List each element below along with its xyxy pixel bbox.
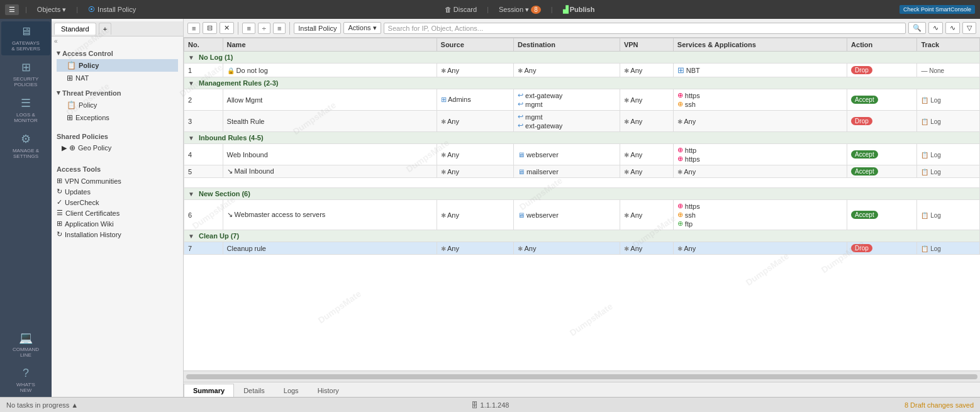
app-logo[interactable]: ☰ <box>5 4 19 15</box>
table-row[interactable]: 4 Web Inbound ✱ Any 🖥 webserver ✱ Any ⊕ … <box>184 144 980 165</box>
sidebar-item-whatsnew[interactable]: ? WHAT'SNEW <box>1 363 50 397</box>
sidebar-item-logs[interactable]: ☰ LOGS &MONITOR <box>1 92 50 127</box>
session-btn[interactable]: Session ▾ 8 <box>499 6 541 14</box>
toolbar-extra-btn2[interactable]: ∿ <box>945 22 960 34</box>
search-box[interactable]: Search for IP, Object, Actions... <box>384 23 906 34</box>
nav-item-tp-exceptions[interactable]: ⊞ Exceptions <box>57 111 178 124</box>
nav-item-tp-policy[interactable]: 📋 Policy <box>57 99 178 111</box>
gateways-icon: 🖥 <box>20 25 31 38</box>
nav-item-nat[interactable]: ⊞ NAT <box>57 72 178 84</box>
nat-icon: ⊞ <box>67 74 73 82</box>
toolbar-delete-btn[interactable]: ✕ <box>220 22 234 34</box>
nav-item-geo-policy[interactable]: ▶ ⊕ Geo Policy <box>57 142 178 154</box>
tab-history[interactable]: History <box>308 384 348 397</box>
cell-services: ⊕ https ⊕ ssh <box>673 89 847 111</box>
manage-label: MANAGE &SETTINGS <box>13 148 39 159</box>
tab-add-btn[interactable]: + <box>99 23 111 35</box>
scroll-area[interactable] <box>184 370 980 382</box>
search-btn[interactable]: 🔍 <box>908 22 926 34</box>
section-no-log[interactable]: ▼ No Log (1) <box>184 52 980 64</box>
nav-item-app-wiki[interactable]: ⊞ Application Wiki <box>57 218 178 229</box>
cell-services: ✱ Any <box>673 111 847 132</box>
discard-btn[interactable]: 🗑 Discard <box>445 6 477 13</box>
table-row[interactable]: 1 🔒 Do not log ✱ Any ✱ Any ✱ Any ⊞ NBT D… <box>184 64 980 77</box>
toolbar-extra-btn1[interactable]: ∿ <box>928 22 943 34</box>
sidebar-item-cmdline[interactable]: 💻 COMMANDLINE <box>1 327 50 362</box>
spacer-row <box>184 178 980 188</box>
access-control-label: Access Control <box>62 50 113 57</box>
logs-icon: ☰ <box>21 96 31 110</box>
https-icon: ⊕ <box>677 91 683 99</box>
table-row[interactable]: 7 Cleanup rule ✱ Any ✱ Any ✱ Any ✱ Any D… <box>184 242 980 255</box>
nav-item-vpn-communities[interactable]: ⊞ VPN Communities <box>57 175 178 186</box>
cell-action: Accept <box>847 200 917 230</box>
cell-action: Drop <box>847 111 917 132</box>
access-tools-header: Access Tools <box>57 164 178 175</box>
cell-track: 📋 Log <box>917 89 980 111</box>
https3-icon: ⊕ <box>677 202 683 210</box>
toolbar-filter-btn[interactable]: ▽ <box>962 22 976 34</box>
table-row[interactable]: 6 ↘ Webmaster access to servers ✱ Any 🖥 … <box>184 200 980 230</box>
objects-menu[interactable]: Objects ▾ <box>33 4 70 15</box>
section-new-section[interactable]: ▼ New Section (6) <box>184 188 980 200</box>
cell-services: ✱ Any <box>673 165 847 178</box>
cell-source: ✱ Any <box>437 200 513 230</box>
sidebar-item-manage[interactable]: ⚙ MANAGE &SETTINGS <box>1 128 50 163</box>
ssh-icon: ⊕ <box>677 100 683 108</box>
cell-destination: 🖥 mailserver <box>514 165 620 178</box>
toolbar-cols-btn[interactable]: ≡ <box>273 23 286 34</box>
cell-no: 5 <box>184 165 223 178</box>
publish-btn[interactable]: ▟ Publish <box>563 6 595 14</box>
nav-item-usercheck[interactable]: ✓ UserCheck <box>57 197 178 208</box>
cell-no: 3 <box>184 111 223 132</box>
accept-badge: Accept <box>851 167 878 175</box>
table-row[interactable]: 3 Stealth Rule ✱ Any ↩ mgmt ↩ ext-gatewa… <box>184 111 980 132</box>
table-row[interactable]: 5 ↘ Mail Inbound ✱ Any 🖥 mailserver ✱ An… <box>184 165 980 178</box>
cell-source: ✱ Any <box>437 144 513 165</box>
sidebar-item-security[interactable]: ⊞ SECURITYPOLICIES <box>1 57 50 91</box>
actions-btn[interactable]: Actions ▾ <box>343 22 381 34</box>
section-label: No Log (1) <box>199 53 233 61</box>
bottom-tabs: Summary Details Logs History <box>184 382 980 397</box>
tab-details[interactable]: Details <box>234 384 274 397</box>
toolbar-rule-menu-btn[interactable]: ≡ <box>187 23 200 34</box>
cell-vpn: ✱ Any <box>620 89 673 111</box>
section-label: Management Rules (2-3) <box>199 79 279 87</box>
install-policy-top-btn[interactable]: ⦿ Install Policy <box>84 4 140 14</box>
logs-label: LOGS &MONITOR <box>14 112 38 123</box>
ssh2-icon: ⊕ <box>677 211 683 219</box>
section-cleanup[interactable]: ▼ Clean Up (7) <box>184 230 980 242</box>
access-control-header[interactable]: ▾ Access Control <box>57 47 178 59</box>
nav-collapse-btn[interactable]: « <box>52 36 183 46</box>
cell-name: Cleanup rule <box>223 242 437 255</box>
nav-item-client-certs[interactable]: ☰ Client Certificates <box>57 208 178 218</box>
threat-prevention-header[interactable]: ▾ Threat Prevention <box>57 87 178 99</box>
rule-table-container[interactable]: No. Name Source Destination VPN Services… <box>184 38 980 370</box>
toolbar-section-btn[interactable]: ⊟ <box>203 22 217 34</box>
section-inbound-rules[interactable]: ▼ Inbound Rules (4-5) <box>184 132 980 144</box>
col-destination: Destination <box>514 38 620 52</box>
nav-item-install-history[interactable]: ↻ Installation History <box>57 229 178 240</box>
cell-destination: ↩ ext-gateway ↩ mgmt <box>514 89 620 111</box>
sidebar-item-gateways[interactable]: 🖥 GATEWAYS& SERVERS <box>1 21 50 55</box>
horizontal-scrollbar[interactable] <box>186 374 977 379</box>
install-policy-btn[interactable]: Install Policy <box>294 23 341 34</box>
cell-vpn: ✱ Any <box>620 242 673 255</box>
tab-logs[interactable]: Logs <box>274 384 308 397</box>
tab-summary[interactable]: Summary <box>184 384 234 397</box>
nav-item-updates[interactable]: ↻ Updates <box>57 186 178 197</box>
client-certs-icon: ☰ <box>57 209 63 217</box>
nav-item-policy[interactable]: 📋 Policy <box>57 59 178 72</box>
section-management-rules[interactable]: ▼ Management Rules (2-3) <box>184 77 980 89</box>
table-row[interactable]: 2 Allow Mgmt ⊞ Admins ↩ ext-gateway ↩ mg… <box>184 89 980 111</box>
col-name: Name <box>223 38 437 52</box>
policy-label: Policy <box>79 62 99 69</box>
tab-standard[interactable]: Standard <box>54 23 96 35</box>
toolbar-split-btn[interactable]: ÷ <box>258 23 270 34</box>
section-arrow: ▼ <box>188 54 194 61</box>
toolbar-list-btn[interactable]: ≡ <box>242 23 255 34</box>
cell-action: Drop <box>847 242 917 255</box>
cmdline-icon: 💻 <box>19 331 33 345</box>
cell-services: ⊕ https ⊕ ssh ⊕ ftp <box>673 200 847 230</box>
geo-icon: ⊕ <box>69 143 75 152</box>
